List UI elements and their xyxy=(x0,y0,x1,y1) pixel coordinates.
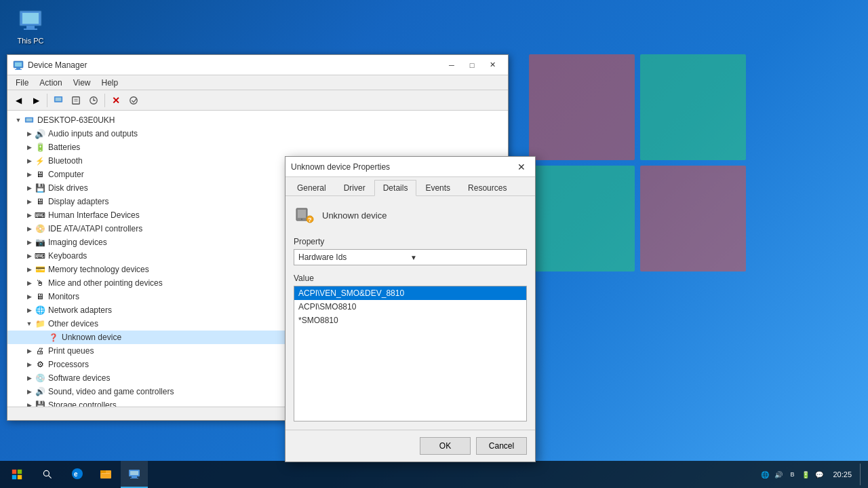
tab-general[interactable]: General xyxy=(288,180,335,196)
storage-icon: 💾 xyxy=(35,400,45,407)
audio-label: Audio inputs and outputs xyxy=(48,129,138,138)
print-expander: ▶ xyxy=(24,345,35,356)
toolbar-back[interactable]: ◀ xyxy=(10,92,26,109)
search-button[interactable] xyxy=(34,461,61,488)
bluetooth-label: Bluetooth xyxy=(48,156,83,166)
disk-expander: ▶ xyxy=(24,183,35,193)
ide-icon: 📀 xyxy=(35,223,45,234)
ok-button[interactable]: OK xyxy=(420,437,471,455)
device-manager-toolbar: ◀ ▶ ✕ xyxy=(7,90,508,111)
clock-time: 20:25 xyxy=(833,470,852,478)
mice-expander: ▶ xyxy=(24,278,35,288)
svg-rect-10 xyxy=(73,96,80,104)
toolbar-uninstall[interactable]: ✕ xyxy=(108,92,124,109)
properties-close-button[interactable]: ✕ xyxy=(513,160,530,174)
tab-events[interactable]: Events xyxy=(416,180,459,196)
sound-label: Sound, video and game controllers xyxy=(48,387,174,396)
svg-point-19 xyxy=(301,219,302,220)
tab-resources[interactable]: Resources xyxy=(459,180,515,196)
property-selected-value: Hardware Ids xyxy=(298,252,410,262)
network-tray-icon[interactable]: 🌐 xyxy=(760,469,770,480)
imaging-label: Imaging devices xyxy=(48,238,107,247)
menu-action[interactable]: Action xyxy=(34,77,67,89)
taskbar-clock[interactable]: 20:25 xyxy=(827,470,857,478)
device-manager-menubar: File Action View Help xyxy=(7,75,508,90)
device-manager-titlebar: Device Manager ─ □ ✕ xyxy=(7,55,508,75)
action-center-icon[interactable]: 💬 xyxy=(814,469,825,480)
taskbar-apps: e xyxy=(64,461,148,488)
taskbar-explorer[interactable] xyxy=(92,461,119,488)
tree-item-audio[interactable]: ▶ 🔊 Audio inputs and outputs xyxy=(7,127,508,140)
this-pc-image xyxy=(17,7,44,34)
svg-text:?: ? xyxy=(308,217,312,223)
minimize-button[interactable]: ─ xyxy=(441,58,462,72)
taskbar-devmgr[interactable] xyxy=(121,461,148,488)
device-manager-title: Device Manager xyxy=(28,60,437,70)
value-list[interactable]: ACPI\VEN_SMO&DEV_8810 ACPI\SMO8810 *SMO8… xyxy=(294,286,527,421)
imaging-expander: ▶ xyxy=(24,237,35,248)
storage-expander: ▶ xyxy=(24,400,35,407)
print-label: Print queues xyxy=(48,346,94,356)
bluetooth-expander: ▶ xyxy=(24,155,35,166)
svg-rect-5 xyxy=(15,62,22,67)
value-item-0[interactable]: ACPI\VEN_SMO&DEV_8810 xyxy=(294,286,526,300)
ide-label: IDE ATA/ATAPI controllers xyxy=(48,224,142,233)
value-item-2[interactable]: *SMO8810 xyxy=(294,314,526,327)
cancel-button[interactable]: Cancel xyxy=(476,437,527,455)
device-name-label: Unknown device xyxy=(322,210,387,221)
keyboards-expander: ▶ xyxy=(24,250,35,261)
toolbar-devmgr[interactable] xyxy=(50,92,66,109)
close-button[interactable]: ✕ xyxy=(482,58,502,72)
tree-root[interactable]: ▼ DESKTOP-63E0UKH xyxy=(7,113,508,127)
toolbar-forward[interactable]: ▶ xyxy=(28,92,44,109)
value-label: Value xyxy=(294,274,527,283)
toolbar-sep-2 xyxy=(104,94,105,107)
toolbar-update[interactable] xyxy=(85,92,102,109)
menu-file[interactable]: File xyxy=(10,77,34,89)
sound-icon: 🔊 xyxy=(35,386,45,397)
memory-label: Memory technology devices xyxy=(48,265,149,274)
other-icon: 📁 xyxy=(35,318,45,329)
menu-view[interactable]: View xyxy=(68,77,96,89)
value-item-1[interactable]: ACPI\SMO8810 xyxy=(294,300,526,314)
ide-expander: ▶ xyxy=(24,223,35,234)
mice-label: Mice and other pointing devices xyxy=(48,278,163,288)
processors-label: Processors xyxy=(48,360,89,369)
display-label: Display adapters xyxy=(48,197,108,206)
memory-icon: 💳 xyxy=(35,264,45,275)
software-icon: 💿 xyxy=(35,373,45,383)
win-tile-2 xyxy=(640,54,746,160)
svg-rect-9 xyxy=(56,97,62,100)
start-button[interactable] xyxy=(0,461,34,488)
battery-tray-icon[interactable]: 🔋 xyxy=(800,469,811,480)
toolbar-sep-1 xyxy=(47,94,47,107)
tab-details[interactable]: Details xyxy=(374,180,417,196)
svg-rect-18 xyxy=(298,210,306,218)
volume-tray-icon[interactable]: 🔊 xyxy=(773,469,784,480)
root-expander: ▼ xyxy=(13,115,24,126)
tree-item-batteries[interactable]: ▶ 🔋 Batteries xyxy=(7,140,508,154)
hid-icon: ⌨ xyxy=(35,210,45,221)
this-pc-icon[interactable]: This PC xyxy=(7,7,54,45)
properties-tabs: General Driver Details Events Resources xyxy=(285,177,535,196)
tab-driver[interactable]: Driver xyxy=(335,180,374,196)
network-icon: 🌐 xyxy=(35,305,45,316)
display-icon: 🖥 xyxy=(35,196,45,207)
taskbar-edge[interactable]: e xyxy=(64,461,91,488)
this-pc-label: This PC xyxy=(17,37,43,45)
svg-rect-1 xyxy=(22,13,39,24)
show-desktop-button[interactable] xyxy=(860,464,863,485)
svg-rect-34 xyxy=(130,471,138,475)
maximize-button[interactable]: □ xyxy=(462,58,482,72)
svg-rect-22 xyxy=(12,470,16,474)
monitors-label: Monitors xyxy=(48,292,79,301)
bluetooth-tray-icon[interactable]: B xyxy=(787,469,797,480)
toolbar-properties[interactable] xyxy=(68,92,84,109)
toolbar-scan[interactable] xyxy=(125,92,142,109)
dropdown-arrow-icon: ▼ xyxy=(410,254,522,261)
menu-help[interactable]: Help xyxy=(96,77,124,89)
property-dropdown[interactable]: Hardware Ids ▼ xyxy=(294,249,527,265)
computer-icon: 🖥 xyxy=(35,169,45,180)
win-tile-1 xyxy=(529,54,635,160)
properties-content: ? Unknown device Property Hardware Ids ▼… xyxy=(285,196,535,430)
